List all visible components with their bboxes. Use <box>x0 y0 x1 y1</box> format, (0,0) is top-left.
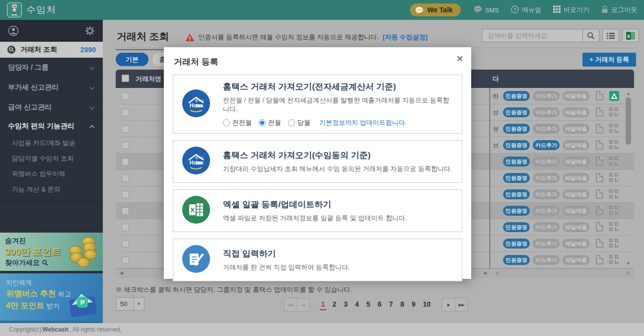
badge-민원증명[interactable]: 민원증명 <box>503 189 530 199</box>
hscroll-left2-icon[interactable]: ◀ <box>495 270 499 275</box>
hscroll-left-icon[interactable]: ◀ <box>120 270 123 275</box>
search-button[interactable] <box>582 29 599 42</box>
list-view-button[interactable] <box>602 29 619 42</box>
page-number-9[interactable]: 9 <box>410 299 417 310</box>
sidebar-subitem[interactable]: 사업용 카드/계좌 발송 <box>0 135 103 151</box>
page-number-10[interactable]: 10 <box>422 299 432 310</box>
badge-민원증명[interactable]: 민원증명 <box>503 157 530 167</box>
page-number-1[interactable]: 1 <box>320 299 327 310</box>
badge-카드추가[interactable]: 카드추가 <box>533 222 560 232</box>
document-icon[interactable] <box>596 206 603 215</box>
badge-배달매출[interactable]: 배달매출 <box>563 91 589 101</box>
register-partner-button[interactable]: + 거래처 등록 <box>582 53 636 67</box>
qr-code-icon[interactable] <box>609 206 619 216</box>
tab-basic[interactable]: 기본 <box>116 53 148 66</box>
badge-카드추가[interactable]: 카드추가 <box>533 107 560 117</box>
document-icon[interactable] <box>596 255 603 264</box>
radio-전전월[interactable]: 전전월 <box>223 118 252 127</box>
page-number-5[interactable]: 5 <box>365 299 372 310</box>
qr-code-icon[interactable] <box>609 239 619 249</box>
document-icon[interactable] <box>596 140 603 150</box>
select-all-checkbox[interactable] <box>122 75 129 82</box>
row-checkbox[interactable] <box>122 224 129 231</box>
badge-카드추가[interactable]: 카드추가 <box>533 140 560 150</box>
auto-collect-link[interactable]: [자동 수집설정] <box>383 33 428 42</box>
app-logo[interactable]: TAX <box>7 2 22 17</box>
points-ad-banner[interactable]: 숨겨진 300만 포인트 찾아가세요 <box>0 233 103 271</box>
row-checkbox[interactable] <box>122 256 129 264</box>
badge-민원증명[interactable]: 민원증명 <box>503 140 530 150</box>
qr-code-icon[interactable] <box>609 140 619 150</box>
row-checkbox[interactable] <box>122 125 129 133</box>
badge-배달매출[interactable]: 배달매출 <box>563 222 589 232</box>
header-nav-로그아웃[interactable]: 로그아웃 <box>601 5 637 15</box>
sidebar-item[interactable]: 부가세 신고관리 <box>0 78 103 97</box>
vertical-scrollbar[interactable]: ▲ ▼ <box>625 90 632 266</box>
row-checkbox[interactable] <box>122 174 129 182</box>
badge-민원증명[interactable]: 민원증명 <box>503 239 530 249</box>
hscroll-right2-icon[interactable]: ▶ <box>627 270 630 275</box>
sidebar-subitem[interactable]: 위멤버스 업무이력 <box>0 166 103 181</box>
document-icon[interactable] <box>596 173 603 182</box>
badge-배달매출[interactable]: 배달매출 <box>563 239 589 249</box>
search-input[interactable] <box>482 29 582 42</box>
first-page-button[interactable]: ◀◀ <box>285 298 297 311</box>
document-icon[interactable] <box>596 91 603 100</box>
badge-배달매출[interactable]: 배달매출 <box>563 157 589 167</box>
radio-전월[interactable]: 전월 <box>259 118 281 127</box>
qr-code-icon[interactable] <box>609 107 619 117</box>
badge-배달매출[interactable]: 배달매출 <box>563 107 589 117</box>
document-icon[interactable] <box>596 189 603 199</box>
sidebar-subitem[interactable]: 기능 개선 & 문의 <box>0 181 103 197</box>
document-icon[interactable] <box>596 124 603 133</box>
badge-카드추가[interactable]: 카드추가 <box>533 189 560 199</box>
row-checkbox[interactable] <box>122 191 129 198</box>
badge-민원증명[interactable]: 민원증명 <box>503 124 530 134</box>
page-number-4[interactable]: 4 <box>354 299 360 310</box>
close-icon[interactable]: × <box>456 52 463 65</box>
qr-code-icon[interactable] <box>609 173 619 183</box>
excel-export-button[interactable]: X <box>622 29 639 42</box>
page-number-6[interactable]: 6 <box>376 299 383 310</box>
next-page-button[interactable]: ▶ <box>442 298 455 311</box>
radio-당월[interactable]: 당월 <box>288 118 310 127</box>
row-checkbox[interactable] <box>122 109 129 116</box>
page-number-7[interactable]: 7 <box>387 299 394 310</box>
sidebar-section-convenience[interactable]: 수임처 편의 기능관리 <box>0 117 103 135</box>
hscroll-right-icon[interactable]: ▶ <box>484 270 488 275</box>
register-option-card[interactable]: X 엑셀 일괄 등록/업데이트하기 엑셀 파일로 저장된 거래처정보를 일괄 등… <box>173 189 462 232</box>
badge-카드추가[interactable]: 카드추가 <box>533 124 560 134</box>
header-nav-SMS[interactable]: SMS <box>474 5 499 15</box>
scrollbar-thumb[interactable] <box>626 97 631 145</box>
badge-민원증명[interactable]: 민원증명 <box>503 107 530 117</box>
badge-민원증명[interactable]: 민원증명 <box>503 173 530 183</box>
badge-배달매출[interactable]: 배달매출 <box>563 255 589 265</box>
badge-민원증명[interactable]: 민원증명 <box>503 91 530 101</box>
page-number-3[interactable]: 3 <box>342 299 349 310</box>
referral-ad-banner[interactable]: 지인에게 위멤버스 추천 하고 4만 포인트 받기 P <box>0 273 103 321</box>
qr-code-icon[interactable] <box>609 222 619 232</box>
document-icon[interactable] <box>596 222 603 232</box>
document-icon[interactable] <box>596 107 603 117</box>
qr-code-icon[interactable] <box>609 255 619 265</box>
row-checkbox[interactable] <box>122 142 129 149</box>
header-nav-메뉴얼[interactable]: ? 메뉴얼 <box>511 5 541 15</box>
qr-code-icon[interactable] <box>609 157 619 167</box>
register-option-card[interactable]: Homtax홈택스 홈택스 거래처 가져오기(전자세금계산서 기준) 전전월 /… <box>173 75 462 134</box>
badge-카드추가[interactable]: 카드추가 <box>533 255 560 265</box>
register-option-card[interactable]: 직접 입력하기 거래처를 한 건씩 직접 입력하여 등록합니다. <box>173 239 462 281</box>
badge-민원증명[interactable]: 민원증명 <box>503 222 530 232</box>
scroll-down-icon[interactable]: ▼ <box>625 260 632 266</box>
badge-카드추가[interactable]: 카드추가 <box>533 206 560 216</box>
badge-민원증명[interactable]: 민원증명 <box>503 255 530 265</box>
page-number-8[interactable]: 8 <box>399 299 406 310</box>
row-checkbox[interactable] <box>122 92 129 100</box>
badge-카드추가[interactable]: 카드추가 <box>533 91 560 101</box>
badge-카드추가[interactable]: 카드추가 <box>533 239 560 249</box>
sidebar-item[interactable]: 담당자 / 그룹 <box>0 58 103 78</box>
badge-배달매출[interactable]: 배달매출 <box>563 206 589 216</box>
document-icon[interactable] <box>596 239 603 248</box>
gear-icon[interactable] <box>85 26 95 36</box>
user-icon[interactable] <box>8 25 19 36</box>
document-icon[interactable] <box>596 157 603 166</box>
